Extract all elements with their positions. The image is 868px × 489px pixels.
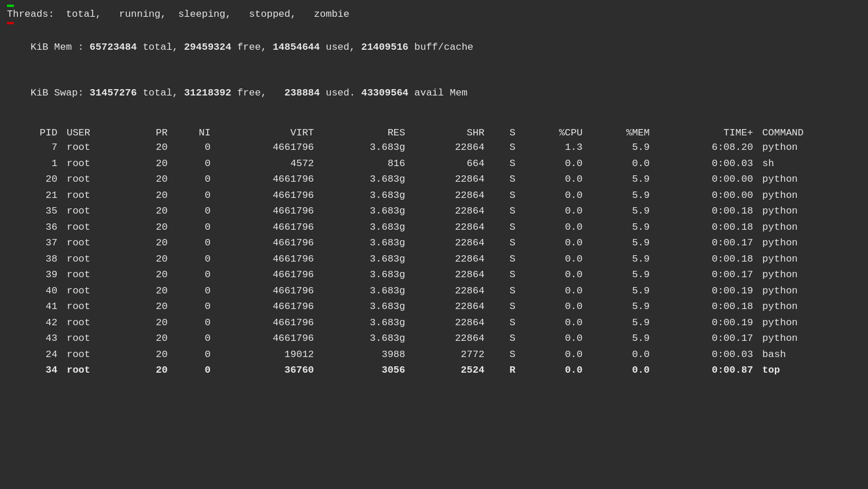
- cell-pid: 43: [7, 330, 62, 347]
- cell-s: S: [489, 235, 520, 251]
- cell-s: S: [489, 203, 520, 219]
- table-row: 43root20046617963.683g22864S0.05.90:00.1…: [7, 330, 861, 347]
- cell-ni: 0: [172, 362, 215, 378]
- cell-pid: 24: [7, 347, 62, 363]
- cell-pctmem: 0.0: [587, 347, 654, 363]
- cell-user: root: [62, 330, 129, 347]
- cell-pctcpu: 0.0: [520, 362, 587, 378]
- cell-pctmem: 0.0: [587, 362, 654, 378]
- cell-pr: 20: [129, 187, 172, 204]
- cell-s: S: [489, 187, 520, 204]
- cell-pr: 20: [129, 347, 172, 363]
- table-row: 7root20046617963.683g22864S1.35.96:08.20…: [7, 139, 861, 156]
- cell-pctcpu: 0.0: [520, 347, 587, 363]
- cell-shr: 22864: [410, 219, 489, 236]
- cell-command: python: [757, 235, 861, 251]
- cell-user: root: [62, 187, 129, 204]
- cell-pctcpu: 0.0: [520, 267, 587, 283]
- cell-shr: 2772: [410, 347, 489, 363]
- cell-shr: 22864: [410, 299, 489, 315]
- cell-shr: 2524: [410, 362, 489, 378]
- cell-virt: 4661796: [215, 267, 319, 283]
- cell-pctcpu: 0.0: [520, 330, 587, 347]
- threads-zombie-label: zombie: [308, 7, 349, 22]
- cell-timeplus: 0:00.17: [654, 330, 758, 347]
- cell-ni: 0: [172, 315, 215, 331]
- threads-total-label: total,: [60, 7, 101, 22]
- cell-ni: 0: [172, 251, 215, 267]
- cell-pid: 41: [7, 299, 62, 315]
- cell-virt: 4661796: [215, 299, 319, 315]
- cell-res: 3.683g: [319, 251, 410, 267]
- cell-pr: 20: [129, 171, 172, 187]
- cell-command: python: [757, 171, 861, 187]
- col-user: USER: [62, 126, 129, 139]
- cell-shr: 22864: [410, 235, 489, 251]
- cell-pctcpu: 0.0: [520, 203, 587, 219]
- cell-user: root: [62, 347, 129, 363]
- cell-pctmem: 5.9: [587, 267, 654, 283]
- cell-pid: 37: [7, 235, 62, 251]
- cell-res: 3.683g: [319, 267, 410, 283]
- cell-pr: 20: [129, 139, 172, 156]
- cell-command: python: [757, 330, 861, 347]
- cell-pr: 20: [129, 315, 172, 331]
- cell-shr: 22864: [410, 203, 489, 219]
- cell-virt: 4661796: [215, 139, 319, 156]
- cell-s: S: [489, 315, 520, 331]
- cell-pid: 7: [7, 139, 62, 156]
- threads-zombie-space: [296, 7, 308, 22]
- cell-pid: 42: [7, 315, 62, 331]
- cell-user: root: [62, 283, 129, 299]
- cell-pr: 20: [129, 219, 172, 236]
- cell-command: python: [757, 251, 861, 267]
- table-row: 35root20046617963.683g22864S0.05.90:00.1…: [7, 203, 861, 219]
- cell-pctcpu: 0.0: [520, 235, 587, 251]
- cell-command: python: [757, 219, 861, 236]
- threads-line: Threads: total, running, sleeping, stopp…: [7, 7, 861, 22]
- cell-pctmem: 5.9: [587, 235, 654, 251]
- cell-pctcpu: 0.0: [520, 171, 587, 187]
- mem-total: 65723484: [90, 42, 137, 53]
- cell-shr: 22864: [410, 187, 489, 204]
- threads-stopped-space: [231, 7, 243, 22]
- col-pid: PID: [7, 126, 62, 139]
- cell-shr: 22864: [410, 251, 489, 267]
- cell-timeplus: 0:00.19: [654, 283, 758, 299]
- cell-pid: 39: [7, 267, 62, 283]
- col-res: RES: [319, 126, 410, 139]
- cpu-stats-box: [7, 22, 14, 24]
- threads-sleeping-label: sleeping,: [172, 7, 231, 22]
- mem-total-label: total,: [137, 42, 184, 53]
- mem-line: KiB Mem : 65723484 total, 29459324 free,…: [7, 24, 861, 70]
- cell-command: python: [757, 299, 861, 315]
- cell-ni: 0: [172, 156, 215, 172]
- cell-user: root: [62, 171, 129, 187]
- col-cpu: %CPU: [520, 126, 587, 139]
- table-row: 21root20046617963.683g22864S0.05.90:00.0…: [7, 187, 861, 204]
- cell-res: 3.683g: [319, 187, 410, 204]
- table-row: 20root20046617963.683g22864S0.05.90:00.0…: [7, 171, 861, 187]
- col-command: COMMAND: [757, 126, 861, 139]
- cell-timeplus: 0:00.18: [654, 219, 758, 236]
- threads-prefix: Threads:: [7, 7, 60, 22]
- cell-virt: 4661796: [215, 219, 319, 236]
- cell-command: python: [757, 203, 861, 219]
- cell-user: root: [62, 362, 129, 378]
- cell-res: 3.683g: [319, 171, 410, 187]
- cell-s: S: [489, 330, 520, 347]
- cell-user: root: [62, 235, 129, 251]
- cell-pr: 20: [129, 330, 172, 347]
- table-header-row: PID USER PR NI VIRT RES SHR S %CPU %MEM …: [7, 126, 861, 139]
- cell-shr: 22864: [410, 139, 489, 156]
- cell-res: 3.683g: [319, 235, 410, 251]
- cell-ni: 0: [172, 203, 215, 219]
- table-row: 40root20046617963.683g22864S0.05.90:00.1…: [7, 283, 861, 299]
- cell-ni: 0: [172, 187, 215, 204]
- cell-pctmem: 5.9: [587, 315, 654, 331]
- cell-virt: 4661796: [215, 203, 319, 219]
- cell-res: 3.683g: [319, 299, 410, 315]
- cell-pr: 20: [129, 156, 172, 172]
- cell-timeplus: 0:00.17: [654, 267, 758, 283]
- cell-pid: 21: [7, 187, 62, 204]
